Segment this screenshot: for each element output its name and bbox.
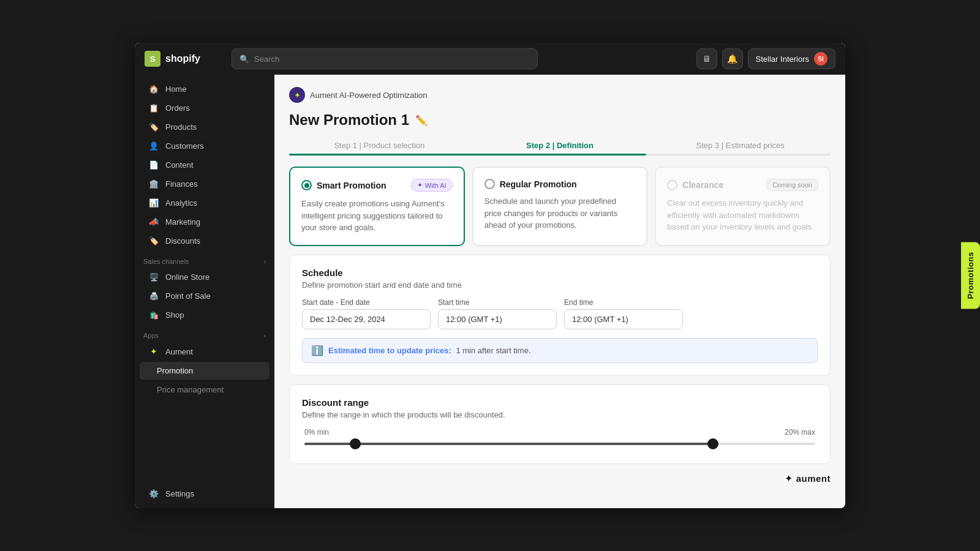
promo-card-clearance-title: Clearance xyxy=(682,180,723,190)
step-1-label: Step 1 | Product selection xyxy=(289,141,470,150)
apps-label: Apps xyxy=(143,332,159,339)
content-icon: 📄 xyxy=(148,160,159,170)
date-range-group: Start date - End date xyxy=(302,298,431,329)
sidebar: 🏠 Home 📋 Orders 🏷️ Products 👤 Customers … xyxy=(135,75,274,508)
promo-card-regular-title: Regular Promotion xyxy=(500,179,577,189)
page-title: New Promotion 1 xyxy=(289,111,409,129)
step-2-label: Step 2 | Definition xyxy=(470,141,650,150)
sales-channels-section: Sales channels › xyxy=(135,250,274,268)
schedule-title: Schedule xyxy=(302,268,818,278)
sidebar-item-customers[interactable]: 👤 Customers xyxy=(140,137,270,155)
sidebar-item-online-store[interactable]: 🖥️ Online Store xyxy=(140,268,270,286)
range-handle-right[interactable] xyxy=(707,438,718,449)
orders-icon: 📋 xyxy=(148,103,159,113)
apps-section: Apps › xyxy=(135,324,274,342)
sidebar-item-orders-label: Orders xyxy=(165,103,190,113)
point-of-sale-icon: 🖨️ xyxy=(148,292,159,301)
promo-card-smart[interactable]: Smart Promotion ✦ With AI Easily create … xyxy=(289,167,465,246)
range-bar-labels: 0% min 20% max xyxy=(304,428,815,437)
sales-channels-label: Sales channels xyxy=(143,258,189,265)
sidebar-item-marketing-label: Marketing xyxy=(165,217,200,227)
content-area: ✦ Aument AI-Powered Optimization New Pro… xyxy=(274,75,845,508)
customers-icon: 👤 xyxy=(148,141,159,151)
with-ai-badge: ✦ With AI xyxy=(411,179,453,192)
start-time-label: Start time xyxy=(438,298,557,307)
sidebar-item-price-management-label: Price management xyxy=(157,385,224,394)
radio-regular xyxy=(484,179,495,189)
search-bar[interactable]: 🔍 Search xyxy=(232,48,538,69)
sidebar-item-settings-label: Settings xyxy=(165,489,194,498)
promo-card-regular[interactable]: Regular Promotion Schedule and launch yo… xyxy=(472,167,648,246)
sidebar-item-analytics-label: Analytics xyxy=(165,198,197,208)
shopify-logo-text: shopify xyxy=(165,53,200,64)
page-title-row: New Promotion 1 ✏️ xyxy=(289,111,831,129)
sales-channels-chevron: › xyxy=(264,258,266,265)
range-track xyxy=(304,443,815,445)
app-badge: ✦ Aument AI-Powered Optimization xyxy=(289,87,831,103)
promo-card-smart-desc: Easily create promotions using Aument's … xyxy=(301,198,453,234)
store-button[interactable]: Stellar Interiors SI xyxy=(748,48,835,69)
steps-progress-bar xyxy=(289,154,831,156)
sidebar-item-settings[interactable]: ⚙️ Settings xyxy=(140,485,270,503)
sidebar-item-products[interactable]: 🏷️ Products xyxy=(140,118,270,136)
end-time-input[interactable] xyxy=(564,309,683,329)
sidebar-item-marketing[interactable]: 📣 Marketing xyxy=(140,213,270,231)
sidebar-item-price-management[interactable]: Price management xyxy=(140,381,270,399)
sidebar-item-promotion[interactable]: Promotion xyxy=(140,362,270,380)
app-badge-text: Aument AI-Powered Optimization xyxy=(310,91,427,100)
edit-icon[interactable]: ✏️ xyxy=(415,114,428,126)
online-store-icon: 🖥️ xyxy=(148,273,159,282)
radio-clearance xyxy=(667,180,677,190)
aument-badge-icon: ✦ xyxy=(289,87,305,103)
apps-chevron: › xyxy=(264,332,266,339)
sidebar-item-content[interactable]: 📄 Content xyxy=(140,156,270,174)
info-regular-text: 1 min after start time. xyxy=(456,346,530,355)
sidebar-item-products-label: Products xyxy=(165,122,197,132)
info-icon: ℹ️ xyxy=(311,345,323,356)
range-min-label: 0% min xyxy=(304,428,329,437)
sidebar-item-customers-label: Customers xyxy=(165,141,204,151)
store-icon-btn[interactable]: 🖥 xyxy=(696,48,717,69)
start-time-input[interactable] xyxy=(438,309,557,329)
range-handle-left[interactable] xyxy=(350,438,361,449)
coming-soon-label: Coming soon xyxy=(772,181,812,189)
promo-card-clearance[interactable]: Clearance Coming soon Clear out excess i… xyxy=(655,167,831,246)
notification-icon-btn[interactable]: 🔔 xyxy=(722,48,743,69)
sidebar-item-aument[interactable]: ✦ Aument xyxy=(140,342,270,361)
steps-progress-fill xyxy=(289,154,646,156)
sidebar-item-discounts[interactable]: 🏷️ Discounts xyxy=(140,232,270,250)
end-time-label: End time xyxy=(564,298,683,307)
shopify-logo[interactable]: S shopify xyxy=(145,51,224,67)
coming-soon-badge: Coming soon xyxy=(766,179,818,191)
promotions-sidebar-tab[interactable]: Promotions xyxy=(961,242,980,309)
discount-range-card: Discount range Define the range in which… xyxy=(289,384,831,464)
topbar-right: 🖥 🔔 Stellar Interiors SI xyxy=(696,48,835,69)
info-banner: ℹ️ Estimated time to update prices: 1 mi… xyxy=(302,338,818,363)
info-bold-text: Estimated time to update prices: xyxy=(328,346,451,355)
store-name: Stellar Interiors xyxy=(756,54,809,64)
sidebar-item-shop[interactable]: 🛍️ Shop xyxy=(140,306,270,324)
range-max-label: 20% max xyxy=(785,428,815,437)
sidebar-item-finances[interactable]: 🏛️ Finances xyxy=(140,175,270,193)
marketing-icon: 📣 xyxy=(148,217,159,227)
sidebar-item-orders[interactable]: 📋 Orders xyxy=(140,99,270,117)
sidebar-item-discounts-label: Discounts xyxy=(165,236,200,246)
end-time-group: End time xyxy=(564,298,683,329)
sidebar-item-promotion-label: Promotion xyxy=(157,366,193,375)
date-range-input[interactable] xyxy=(302,309,431,329)
discount-range-title: Discount range xyxy=(302,397,818,408)
discount-range-desc: Define the range in which the products w… xyxy=(302,410,818,419)
sidebar-item-home-label: Home xyxy=(165,84,187,94)
start-time-group: Start time xyxy=(438,298,557,329)
finances-icon: 🏛️ xyxy=(148,179,159,189)
schedule-card: Schedule Define promotion start and end … xyxy=(289,255,831,376)
sidebar-item-point-of-sale[interactable]: 🖨️ Point of Sale xyxy=(140,287,270,305)
promo-card-smart-title: Smart Promotion xyxy=(317,181,386,190)
sidebar-item-point-of-sale-label: Point of Sale xyxy=(165,291,211,301)
sidebar-item-aument-label: Aument xyxy=(165,347,193,356)
aument-icon: ✦ xyxy=(148,347,159,356)
sidebar-item-analytics[interactable]: 📊 Analytics xyxy=(140,194,270,212)
sidebar-item-home[interactable]: 🏠 Home xyxy=(140,80,270,98)
date-range-label: Start date - End date xyxy=(302,298,431,307)
promo-cards: Smart Promotion ✦ With AI Easily create … xyxy=(289,167,831,246)
